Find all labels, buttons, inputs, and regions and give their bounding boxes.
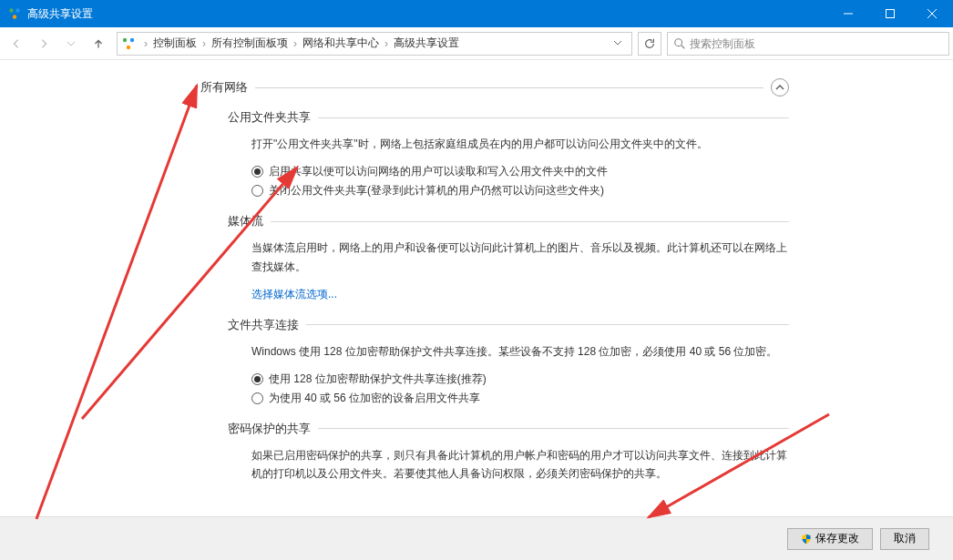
- breadcrumb-item[interactable]: 所有控制面板项: [210, 36, 290, 51]
- section-heading: 文件共享连接: [228, 317, 789, 333]
- radio-icon: [251, 185, 263, 197]
- svg-point-7: [123, 37, 127, 41]
- radio-40-56bit-encryption[interactable]: 为使用 40 或 56 位加密的设备启用文件共享: [251, 389, 789, 408]
- chevron-up-icon: [775, 83, 784, 92]
- section-file-connection: 文件共享连接 Windows 使用 128 位加密帮助保护文件共享连接。某些设备…: [228, 317, 789, 408]
- svg-line-11: [681, 45, 685, 48]
- footer-bar: 保存更改 取消: [0, 516, 953, 560]
- window-title: 高级共享设置: [27, 6, 827, 22]
- shield-icon: [801, 534, 812, 545]
- profile-title: 所有网络: [200, 79, 255, 96]
- svg-point-0: [9, 8, 13, 12]
- search-box[interactable]: [667, 32, 949, 56]
- back-button[interactable]: [4, 31, 29, 56]
- breadcrumb-item[interactable]: 高级共享设置: [392, 36, 461, 51]
- svg-point-10: [675, 38, 682, 46]
- app-icon: [7, 6, 22, 21]
- cancel-button[interactable]: 取消: [880, 528, 929, 550]
- svg-point-2: [13, 15, 16, 18]
- navigation-bar: › 控制面板 › 所有控制面板项 › 网络和共享中心 › 高级共享设置: [0, 27, 953, 60]
- section-password-protect: 密码保护的共享 如果已启用密码保护的共享，则只有具备此计算机的用户帐户和密码的用…: [228, 421, 789, 484]
- divider: [255, 87, 763, 88]
- collapse-button[interactable]: [771, 78, 789, 97]
- section-heading: 密码保护的共享: [228, 421, 789, 437]
- address-bar[interactable]: › 控制面板 › 所有控制面板项 › 网络和共享中心 › 高级共享设置: [117, 32, 632, 56]
- location-icon: [121, 36, 136, 51]
- save-button[interactable]: 保存更改: [787, 528, 873, 550]
- svg-point-1: [15, 8, 19, 12]
- section-description: 打开"公用文件夹共享"时，网络上包括家庭组成员在内的用户都可以访问公用文件夹中的…: [251, 135, 789, 153]
- breadcrumb-sep: ›: [199, 37, 210, 50]
- radio-disable-public-share[interactable]: 关闭公用文件夹共享(登录到此计算机的用户仍然可以访问这些文件夹): [251, 181, 789, 200]
- media-stream-options-link[interactable]: 选择媒体流选项...: [251, 288, 337, 300]
- section-media-stream: 媒体流 当媒体流启用时，网络上的用户和设备便可以访问此计算机上的图片、音乐以及视…: [228, 213, 789, 303]
- minimize-button[interactable]: [827, 0, 869, 27]
- content-area: 所有网络 公用文件夹共享 打开"公用文件夹共享"时，网络上包括家庭组成员在内的用…: [0, 60, 953, 516]
- breadcrumb-item[interactable]: 网络和共享中心: [301, 36, 381, 51]
- refresh-button[interactable]: [638, 32, 661, 56]
- breadcrumb-sep: ›: [381, 37, 392, 50]
- section-public-folder: 公用文件夹共享 打开"公用文件夹共享"时，网络上包括家庭组成员在内的用户都可以访…: [228, 109, 789, 200]
- window-titlebar: 高级共享设置: [0, 0, 953, 27]
- search-icon: [673, 37, 686, 50]
- radio-enable-public-share[interactable]: 启用共享以便可以访问网络的用户可以读取和写入公用文件夹中的文件: [251, 162, 789, 181]
- radio-icon: [251, 373, 263, 385]
- close-button[interactable]: [911, 0, 953, 27]
- radio-icon: [251, 392, 263, 404]
- section-description: 当媒体流启用时，网络上的用户和设备便可以访问此计算机上的图片、音乐以及视频。此计…: [251, 239, 789, 276]
- section-description: 如果已启用密码保护的共享，则只有具备此计算机的用户帐户和密码的用户才可以访问共享…: [251, 446, 789, 484]
- radio-128bit-encryption[interactable]: 使用 128 位加密帮助保护文件共享连接(推荐): [251, 370, 789, 389]
- svg-point-8: [130, 37, 134, 41]
- forward-button[interactable]: [31, 31, 56, 56]
- search-input[interactable]: [690, 37, 943, 50]
- maximize-button[interactable]: [869, 0, 911, 27]
- profile-header: 所有网络: [200, 78, 789, 97]
- address-dropdown[interactable]: [608, 37, 628, 50]
- section-heading: 公用文件夹共享: [228, 109, 789, 126]
- radio-icon: [251, 166, 263, 178]
- recent-dropdown[interactable]: [58, 31, 84, 56]
- breadcrumb-sep: ›: [290, 37, 301, 50]
- svg-point-9: [127, 45, 130, 48]
- section-heading: 媒体流: [228, 213, 789, 229]
- breadcrumb-item[interactable]: 控制面板: [151, 36, 199, 51]
- section-description: Windows 使用 128 位加密帮助保护文件共享连接。某些设备不支持 128…: [251, 342, 789, 361]
- up-button[interactable]: [86, 31, 111, 56]
- breadcrumb-sep: ›: [140, 37, 151, 50]
- svg-rect-4: [886, 10, 895, 18]
